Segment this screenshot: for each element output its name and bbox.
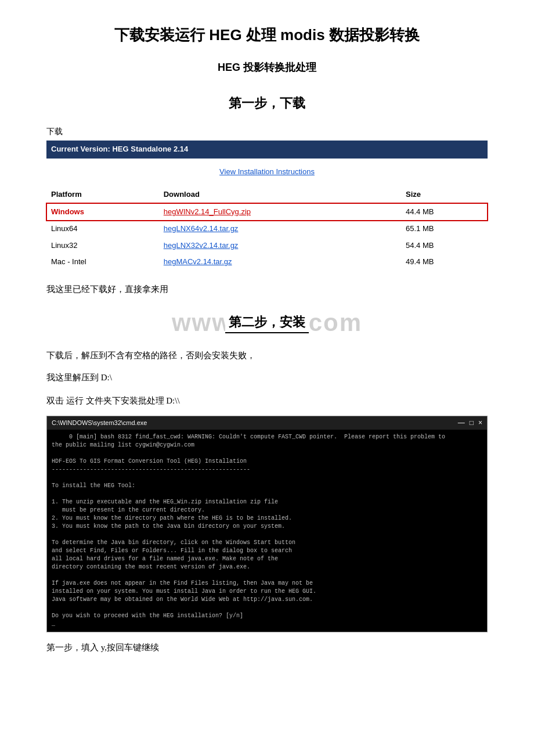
para2: 下载后，解压到不含有空格的路径，否则会安装失败， <box>46 348 488 362</box>
close-btn[interactable]: × <box>478 418 482 428</box>
table-row: Linux64hegLNX64v2.14.tar.gz65.1 MB <box>46 221 488 237</box>
para3: 我这里解压到 D:\ <box>46 370 488 384</box>
step1-title: 第一步，下载 <box>46 93 488 113</box>
cmd-window: C:\WINDOWS\system32\cmd.exe — □ × 0 [mai… <box>46 416 488 632</box>
install-link[interactable]: View Installation Instructions <box>219 167 315 176</box>
cell-download: hegLNX64v2.14.tar.gz <box>159 221 401 237</box>
subtitle: HEG 投影转换批处理 <box>46 59 488 76</box>
cell-download: hegLNX32v2.14.tar.gz <box>159 237 401 254</box>
download-file-link[interactable]: hegMACv2.14.tar.gz <box>164 257 232 266</box>
page-title: 下载安装运行 HEG 处理 modis 数据投影转换 <box>46 23 488 48</box>
cell-download: hegWINv2.14_FullCyg.zip <box>159 203 401 220</box>
download-label: 下载 <box>46 125 488 138</box>
cell-size: 65.1 MB <box>401 221 488 237</box>
para5: 第一步，填入 y,按回车键继续 <box>46 640 488 654</box>
col-header-size: Size <box>401 186 488 203</box>
cell-platform: Linux32 <box>46 237 159 254</box>
install-link-container: View Installation Instructions <box>46 165 488 178</box>
table-row: WindowshegWINv2.14_FullCyg.zip44.4 MB <box>46 203 488 220</box>
maximize-btn[interactable]: □ <box>470 418 474 428</box>
step2-container: www.kusd.com 第二步，安装 <box>46 308 488 337</box>
cell-platform: Windows <box>46 203 159 220</box>
cell-download: hegMACv2.14.tar.gz <box>159 254 401 271</box>
col-header-download: Download <box>159 186 401 203</box>
cell-platform: Mac - Intel <box>46 254 159 271</box>
table-row: Mac - IntelhegMACv2.14.tar.gz49.4 MB <box>46 254 488 271</box>
minimize-btn[interactable]: — <box>458 418 465 428</box>
cmd-controls: — □ × <box>458 418 482 428</box>
table-row: Linux32hegLNX32v2.14.tar.gz54.4 MB <box>46 237 488 254</box>
download-file-link[interactable]: hegLNX32v2.14.tar.gz <box>164 241 239 250</box>
download-file-link[interactable]: hegLNX64v2.14.tar.gz <box>164 224 239 233</box>
cmd-content: 0 [main] bash 8312 find_fast_cwd: WARNIN… <box>49 432 485 629</box>
cell-platform: Linux64 <box>46 221 159 237</box>
cell-size: 49.4 MB <box>401 254 488 271</box>
step2-title: 第二步，安装 <box>225 312 309 333</box>
cell-size: 54.4 MB <box>401 237 488 254</box>
version-bar: Current Version: HEG Standalone 2.14 <box>46 141 488 159</box>
cell-size: 44.4 MB <box>401 203 488 220</box>
download-table: Platform Download Size WindowshegWINv2.1… <box>46 186 488 271</box>
col-header-platform: Platform <box>46 186 159 203</box>
download-file-link[interactable]: hegWINv2.14_FullCyg.zip <box>164 207 251 216</box>
cmd-title: C:\WINDOWS\system32\cmd.exe <box>52 419 147 427</box>
cmd-titlebar: C:\WINDOWS\system32\cmd.exe — □ × <box>47 416 487 430</box>
para4: 双击 运行 文件夹下安装批处理 D:\\ <box>46 394 488 408</box>
para1: 我这里已经下载好，直接拿来用 <box>46 282 488 296</box>
